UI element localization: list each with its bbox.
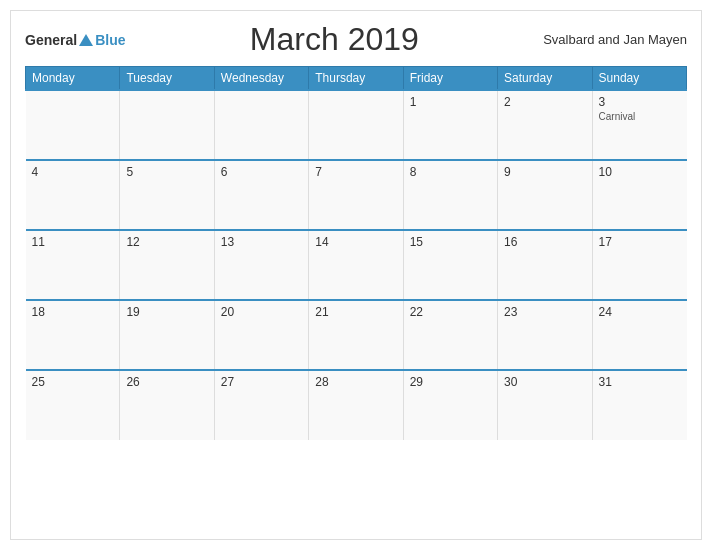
- day-number: 24: [599, 305, 681, 319]
- day-number: 10: [599, 165, 681, 179]
- day-number: 7: [315, 165, 396, 179]
- day-number: 23: [504, 305, 585, 319]
- day-number: 21: [315, 305, 396, 319]
- table-row: [120, 90, 214, 160]
- logo-triangle-icon: [79, 34, 93, 46]
- table-row: 17: [592, 230, 686, 300]
- table-row: 30: [498, 370, 592, 440]
- day-number: 5: [126, 165, 207, 179]
- month-title: March 2019: [125, 21, 543, 58]
- day-number: 30: [504, 375, 585, 389]
- table-row: 22: [403, 300, 497, 370]
- table-row: 20: [214, 300, 308, 370]
- table-row: 19: [120, 300, 214, 370]
- day-number: 11: [32, 235, 114, 249]
- table-row: 15: [403, 230, 497, 300]
- table-row: 21: [309, 300, 403, 370]
- table-row: 23: [498, 300, 592, 370]
- table-row: 27: [214, 370, 308, 440]
- table-row: 13: [214, 230, 308, 300]
- calendar-table: Monday Tuesday Wednesday Thursday Friday…: [25, 66, 687, 440]
- day-number: 26: [126, 375, 207, 389]
- table-row: 16: [498, 230, 592, 300]
- day-number: 29: [410, 375, 491, 389]
- logo-general-text: General: [25, 32, 77, 48]
- day-number: 3: [599, 95, 681, 109]
- table-row: 6: [214, 160, 308, 230]
- table-row: 5: [120, 160, 214, 230]
- day-number: 25: [32, 375, 114, 389]
- day-number: 31: [599, 375, 681, 389]
- day-number: 22: [410, 305, 491, 319]
- region-label: Svalbard and Jan Mayen: [543, 32, 687, 47]
- day-number: 16: [504, 235, 585, 249]
- header-tuesday: Tuesday: [120, 67, 214, 91]
- calendar-header: General Blue March 2019 Svalbard and Jan…: [25, 21, 687, 58]
- calendar-week-row: 45678910: [26, 160, 687, 230]
- day-number: 2: [504, 95, 585, 109]
- table-row: [26, 90, 120, 160]
- table-row: 9: [498, 160, 592, 230]
- day-number: 12: [126, 235, 207, 249]
- logo-blue-text: Blue: [95, 32, 125, 48]
- table-row: [214, 90, 308, 160]
- table-row: 28: [309, 370, 403, 440]
- calendar-week-row: 123Carnival: [26, 90, 687, 160]
- table-row: 12: [120, 230, 214, 300]
- table-row: 29: [403, 370, 497, 440]
- day-number: 6: [221, 165, 302, 179]
- header-sunday: Sunday: [592, 67, 686, 91]
- header-friday: Friday: [403, 67, 497, 91]
- table-row: 31: [592, 370, 686, 440]
- table-row: 8: [403, 160, 497, 230]
- table-row: 1: [403, 90, 497, 160]
- table-row: [309, 90, 403, 160]
- day-number: 4: [32, 165, 114, 179]
- day-number: 18: [32, 305, 114, 319]
- header-thursday: Thursday: [309, 67, 403, 91]
- event-label: Carnival: [599, 111, 681, 122]
- logo: General Blue: [25, 32, 125, 48]
- table-row: 10: [592, 160, 686, 230]
- table-row: 7: [309, 160, 403, 230]
- header-wednesday: Wednesday: [214, 67, 308, 91]
- day-number: 19: [126, 305, 207, 319]
- table-row: 24: [592, 300, 686, 370]
- table-row: 18: [26, 300, 120, 370]
- calendar-week-row: 18192021222324: [26, 300, 687, 370]
- day-number: 15: [410, 235, 491, 249]
- header-monday: Monday: [26, 67, 120, 91]
- table-row: 25: [26, 370, 120, 440]
- day-number: 13: [221, 235, 302, 249]
- table-row: 2: [498, 90, 592, 160]
- calendar-week-row: 11121314151617: [26, 230, 687, 300]
- day-number: 14: [315, 235, 396, 249]
- calendar-week-row: 25262728293031: [26, 370, 687, 440]
- table-row: 26: [120, 370, 214, 440]
- table-row: 14: [309, 230, 403, 300]
- day-number: 17: [599, 235, 681, 249]
- day-number: 8: [410, 165, 491, 179]
- day-number: 20: [221, 305, 302, 319]
- header-saturday: Saturday: [498, 67, 592, 91]
- table-row: 4: [26, 160, 120, 230]
- day-number: 9: [504, 165, 585, 179]
- day-number: 27: [221, 375, 302, 389]
- calendar-container: General Blue March 2019 Svalbard and Jan…: [10, 10, 702, 540]
- weekday-header-row: Monday Tuesday Wednesday Thursday Friday…: [26, 67, 687, 91]
- day-number: 1: [410, 95, 491, 109]
- day-number: 28: [315, 375, 396, 389]
- table-row: 3Carnival: [592, 90, 686, 160]
- table-row: 11: [26, 230, 120, 300]
